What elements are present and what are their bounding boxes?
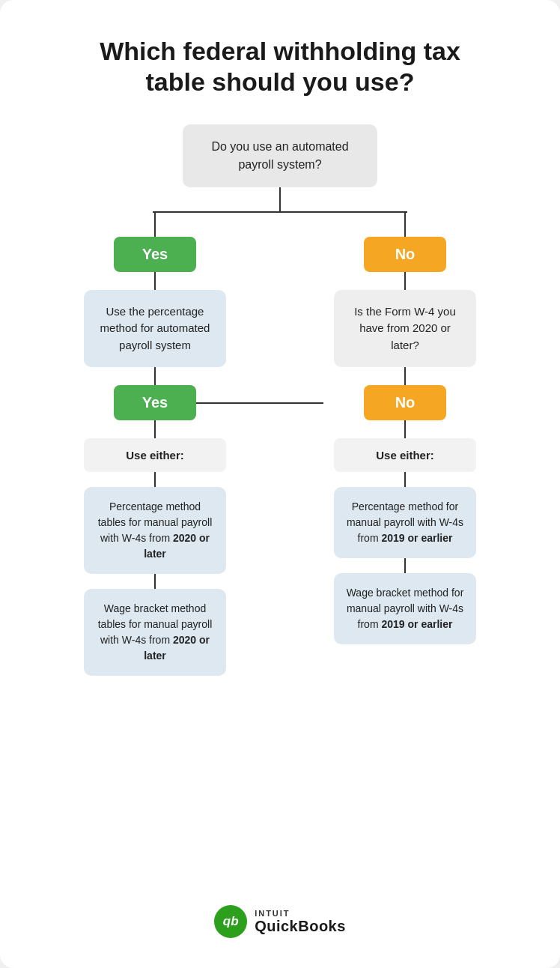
left-connector-1 xyxy=(154,213,156,237)
left-col: Yes Use the percentage method for automa… xyxy=(30,213,280,677)
logo-text: INTUIT QuickBooks xyxy=(255,909,346,934)
h-connector-yes-no xyxy=(196,402,323,404)
yes2-row: Yes xyxy=(30,385,280,420)
quickbooks-label: QuickBooks xyxy=(255,918,346,934)
no-button-2[interactable]: No xyxy=(364,385,446,420)
right-connector-1 xyxy=(404,213,406,237)
left-connector-4 xyxy=(154,420,156,438)
right-col: No Is the Form W-4 you have from 2020 or… xyxy=(280,213,530,677)
right-connector-6 xyxy=(404,558,406,573)
right-connector-2 xyxy=(404,272,406,290)
flowchart: Do you use an automated payroll system? … xyxy=(30,124,530,677)
use-either-right: Use either: xyxy=(334,438,476,472)
intuit-label: INTUIT xyxy=(255,909,346,918)
yes-button-1[interactable]: Yes xyxy=(114,237,196,272)
right-connector-5 xyxy=(404,472,406,487)
h-bar-top xyxy=(153,211,407,213)
two-col-branch: Yes Use the percentage method for automa… xyxy=(30,213,530,677)
result2-left: Wage bracket method tables for manual pa… xyxy=(84,589,226,676)
right-connector-3 xyxy=(404,367,406,385)
main-title: Which federal withholding tax table shou… xyxy=(70,36,490,97)
left-connector-5 xyxy=(154,472,156,487)
top-question-box: Do you use an automated payroll system? xyxy=(183,124,377,187)
use-either-left: Use either: xyxy=(84,438,226,472)
w4-question-box: Is the Form W-4 you have from 2020 or la… xyxy=(334,290,476,368)
result2-right: Wage bracket method for manual payroll w… xyxy=(334,573,476,644)
qb-logo-icon: qb xyxy=(214,905,247,938)
logo-area: qb INTUIT QuickBooks xyxy=(214,878,346,938)
left-connector-2 xyxy=(154,272,156,290)
result1-left: Percentage method tables for manual payr… xyxy=(84,487,226,574)
right-connector-4 xyxy=(404,420,406,438)
left-connector-6 xyxy=(154,574,156,589)
left-connector-3 xyxy=(154,367,156,385)
connector-top xyxy=(279,187,281,211)
yes-button-2[interactable]: Yes xyxy=(114,385,196,420)
automated-box: Use the percentage method for automated … xyxy=(84,290,226,368)
no-button-1[interactable]: No xyxy=(364,237,446,272)
result1-right: Percentage method for manual payroll wit… xyxy=(334,487,476,558)
card: Which federal withholding tax table shou… xyxy=(0,0,560,968)
